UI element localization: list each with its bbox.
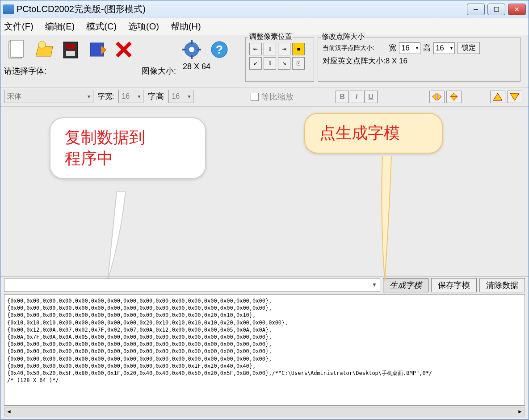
app-window: PCtoLCD2002完美版-(图形模式) ─ ☐ ✕ 文件(F) 编辑(E) … — [0, 0, 529, 420]
adjust-down-icon[interactable]: ⇩ — [264, 57, 276, 70]
minimize-button[interactable]: ─ — [467, 4, 485, 15]
rotate-right-icon[interactable] — [507, 91, 522, 103]
en-matrix-label: 对应英文点阵大小:8 X 16 — [323, 56, 407, 66]
equal-scale-checkbox[interactable] — [251, 93, 259, 101]
flip-h-icon[interactable] — [429, 91, 445, 103]
svg-rect-1 — [11, 40, 23, 57]
callout-generate: 点生成字模 — [304, 113, 443, 154]
char-height-select[interactable]: 16 — [168, 90, 193, 103]
svg-point-11 — [189, 47, 194, 52]
equal-scale-label: 等比缩放 — [261, 91, 294, 102]
svg-marker-18 — [432, 93, 436, 100]
adjust-right-icon[interactable]: ⇥ — [278, 43, 290, 55]
svg-marker-2 — [36, 46, 53, 56]
svg-rect-6 — [66, 51, 75, 56]
app-icon — [3, 4, 14, 14]
help-icon[interactable]: ? — [207, 37, 232, 62]
delete-icon[interactable] — [111, 37, 136, 62]
toolbar: ? 请选择字体: 图像大小: 28 X 64 调整像素位置 ⇤ ⇧ ⇥ ■ ↙ … — [0, 35, 529, 88]
menu-file[interactable]: 文件(F) — [4, 21, 34, 33]
device-icon[interactable] — [84, 37, 109, 62]
adjust-reset-icon[interactable]: ⊡ — [292, 57, 305, 70]
modify-matrix-group: 修改点阵大小 当前汉字点阵大小: 宽 16 高 16 锁定 对应英文点阵大小:8… — [318, 37, 521, 82]
modify-matrix-legend: 修改点阵大小 — [321, 32, 365, 42]
open-icon[interactable] — [31, 37, 56, 62]
callout-2-tail — [374, 156, 396, 281]
svg-marker-22 — [493, 93, 502, 100]
svg-marker-20 — [450, 93, 458, 97]
char-width-label: 字宽: — [98, 92, 114, 101]
svg-marker-19 — [438, 93, 441, 100]
rotate-left-icon[interactable] — [490, 91, 505, 103]
save-icon[interactable] — [58, 37, 83, 62]
adjust-left-icon[interactable]: ⇤ — [249, 43, 262, 55]
menu-help[interactable]: 帮助(H) — [171, 21, 201, 33]
callout-1-tail — [103, 191, 130, 281]
toolbar-row2: 宋体 字宽: 16 字高 16 等比缩放 B I U — [0, 88, 529, 107]
adjust-br-icon[interactable]: ↘ — [278, 57, 290, 70]
current-cn-size-label: 当前汉字点阵大小: — [323, 44, 374, 52]
height-label: 高 — [423, 43, 431, 53]
width-select[interactable]: 16 — [399, 42, 420, 54]
menu-edit[interactable]: 编辑(E) — [45, 21, 75, 33]
window-controls: ─ ☐ ✕ — [467, 4, 526, 15]
flip-v-icon[interactable] — [446, 91, 462, 103]
adjust-center-icon[interactable]: ■ — [292, 43, 305, 55]
titlebar: PCtoLCD2002完美版-(图形模式) ─ ☐ ✕ — [0, 0, 529, 18]
svg-rect-5 — [66, 44, 75, 49]
underline-button[interactable]: U — [364, 91, 378, 103]
svg-marker-23 — [510, 93, 519, 100]
output-toolbar: 生成字模 保存字模 清除数据 — [0, 276, 529, 294]
window-title: PCtoLCD2002完美版-(图形模式) — [17, 3, 146, 15]
menu-options[interactable]: 选项(O) — [128, 21, 159, 33]
svg-text:?: ? — [216, 43, 223, 56]
char-width-select[interactable]: 16 — [118, 90, 143, 103]
image-size-value: 28 X 64 — [183, 62, 210, 71]
width-label: 宽 — [389, 43, 396, 53]
callout-copy-data: 复制数据到 程序中 — [50, 117, 206, 179]
bold-button[interactable]: B — [336, 91, 349, 103]
lock-button[interactable]: 锁定 — [458, 42, 480, 54]
maximize-button[interactable]: ☐ — [487, 4, 505, 15]
close-button[interactable]: ✕ — [508, 4, 526, 15]
canvas-area: 复制数据到 程序中 点生成字模 — [0, 107, 529, 276]
height-select[interactable]: 16 — [433, 42, 455, 54]
menu-mode[interactable]: 模式(C) — [86, 21, 117, 33]
clear-data-button[interactable]: 清除数据 — [479, 278, 525, 292]
font-select-label: 请选择字体: — [4, 66, 46, 76]
image-size-label: 图像大小: — [142, 66, 176, 76]
svg-marker-21 — [450, 97, 458, 100]
new-icon[interactable] — [4, 37, 29, 62]
settings-icon[interactable] — [179, 37, 204, 62]
horizontal-scrollbar[interactable] — [4, 408, 525, 416]
adjust-up-icon[interactable]: ⇧ — [264, 43, 276, 55]
adjust-pixel-legend: 调整像素位置 — [248, 32, 293, 42]
italic-button[interactable]: I — [350, 91, 363, 103]
output-textarea[interactable]: {0x00,0x00,0x00,0x00,0x00,0x00,0x00,0x00… — [4, 294, 525, 406]
char-height-label: 字高 — [148, 91, 164, 102]
font-select[interactable]: 宋体 — [4, 90, 93, 103]
adjust-bl-icon[interactable]: ↙ — [249, 57, 262, 70]
save-font-button[interactable]: 保存字模 — [431, 278, 477, 292]
text-input-dropdown[interactable] — [4, 279, 380, 292]
svg-point-3 — [38, 41, 46, 48]
adjust-pixel-group: 调整像素位置 ⇤ ⇧ ⇥ ■ ↙ ⇩ ↘ ⊡ — [245, 37, 314, 82]
